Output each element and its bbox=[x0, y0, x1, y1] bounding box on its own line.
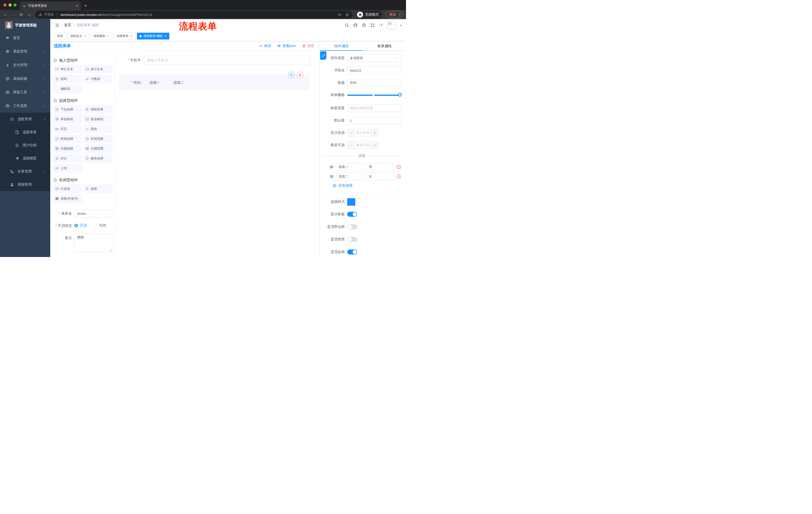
add-option-button[interactable]: 添加选项 bbox=[323, 183, 401, 188]
toggle-switch[interactable] bbox=[347, 212, 357, 217]
sidebar-item[interactable]: 用户分组 bbox=[0, 139, 50, 152]
label-width-input[interactable]: 请输入标签宽度 bbox=[347, 104, 401, 112]
palette-component[interactable]: 级联选择 bbox=[83, 105, 112, 114]
browser-menu-icon[interactable] bbox=[399, 13, 401, 16]
tag-view-chip[interactable]: 首页 bbox=[54, 33, 66, 39]
avatar-caret-icon[interactable]: ▾ bbox=[400, 24, 402, 27]
tag-view-chip[interactable]: 流程表单 ✕ bbox=[114, 33, 135, 39]
phone-input[interactable]: 请输入手机号 bbox=[144, 56, 310, 65]
sidebar-item[interactable]: 基础设施 bbox=[0, 72, 50, 85]
drag-handle-icon[interactable] bbox=[330, 165, 334, 169]
minimize-window-button[interactable] bbox=[8, 3, 11, 6]
clear-button[interactable]: 清空 bbox=[302, 44, 314, 48]
sidebar-item[interactable]: 工作流程 bbox=[0, 99, 50, 113]
palette-component[interactable]: 日期范围 bbox=[83, 144, 112, 153]
toggle-switch[interactable] bbox=[347, 224, 357, 229]
remove-option-button[interactable] bbox=[397, 165, 401, 169]
props-tab[interactable]: 表单属性 bbox=[363, 41, 406, 50]
tag-close-icon[interactable]: ✕ bbox=[164, 34, 167, 38]
tab-close-icon[interactable]: ✕ bbox=[76, 4, 78, 7]
palette-component[interactable]: 滑块 bbox=[83, 125, 112, 133]
tag-close-icon[interactable]: ✕ bbox=[84, 34, 86, 38]
gender-checkbox-option[interactable]: 选项二 bbox=[168, 80, 184, 85]
reload-icon[interactable]: ⟳ bbox=[19, 12, 24, 17]
address-bar[interactable]: 不安全 dashboard.yudao.iocoder.cn/bpm/manag… bbox=[35, 11, 352, 18]
github-icon[interactable] bbox=[353, 23, 357, 27]
palette-component[interactable]: 时间范围 bbox=[83, 135, 112, 143]
stepper-plus-button[interactable]: + bbox=[371, 141, 378, 148]
sidebar-item[interactable]: 流程表单 bbox=[0, 126, 50, 139]
palette-component[interactable]: 下拉选择 bbox=[53, 105, 82, 114]
checkbox-icon[interactable] bbox=[144, 81, 147, 84]
copy-field-button[interactable] bbox=[288, 72, 294, 78]
stepper-minus-button[interactable]: − bbox=[347, 129, 354, 136]
palette-component[interactable]: 评分 bbox=[53, 154, 82, 163]
bookmark-star-icon[interactable] bbox=[345, 13, 349, 17]
palette-component[interactable]: 开关 bbox=[53, 125, 82, 133]
canvas-field-gender-selected[interactable]: 性别 选项一 选项二 bbox=[119, 75, 310, 90]
sidebar-item[interactable]: 任务管理 bbox=[0, 165, 50, 178]
stepper-minus-button[interactable]: − bbox=[347, 141, 354, 148]
palette-component[interactable]: 行容器 bbox=[53, 185, 82, 193]
palette-component[interactable]: 颜色选择 bbox=[83, 154, 112, 163]
forward-icon[interactable]: → bbox=[11, 12, 16, 17]
form-remark-textarea[interactable]: 嘿嘿 bbox=[75, 234, 112, 252]
toggle-switch[interactable] bbox=[347, 237, 357, 242]
new-tab-button[interactable]: + bbox=[84, 3, 87, 8]
option-style-choice[interactable] bbox=[347, 198, 355, 206]
field-name-input[interactable]: field122 bbox=[347, 66, 401, 74]
palette-component[interactable]: 单行文本 bbox=[53, 65, 82, 74]
fold-panel-button[interactable] bbox=[320, 51, 326, 60]
remove-option-button[interactable] bbox=[397, 174, 401, 179]
palette-component[interactable]: 123 计数器 bbox=[83, 75, 112, 83]
view-json-button[interactable]: 查看json bbox=[277, 44, 296, 48]
palette-component[interactable]: 多选框组 bbox=[83, 115, 112, 124]
sidebar-logo[interactable]: 芋道管理系统 bbox=[0, 19, 50, 31]
back-icon[interactable]: ← bbox=[3, 12, 7, 17]
search-icon[interactable] bbox=[345, 23, 349, 27]
toggle-switch[interactable] bbox=[347, 249, 357, 254]
max-select-input[interactable]: 最多可选 bbox=[354, 141, 371, 148]
key-icon[interactable] bbox=[338, 13, 342, 17]
stepper-plus-button[interactable]: + bbox=[371, 129, 378, 136]
default-value-input[interactable]: 1 bbox=[347, 117, 401, 124]
option-label-input[interactable]: 选项二 bbox=[336, 173, 364, 180]
props-tab[interactable]: 组件属性 bbox=[320, 41, 363, 50]
tag-view-chip[interactable]: 流程模型 ✕ bbox=[90, 33, 112, 39]
tag-close-icon[interactable]: ✕ bbox=[107, 34, 109, 38]
palette-component[interactable]: 编辑器 bbox=[53, 84, 82, 93]
palette-component[interactable]: 日期选择 bbox=[53, 144, 82, 153]
sidebar-item[interactable]: ¥ 支付管理 bbox=[0, 58, 50, 72]
sidebar-item[interactable]: 流程管理 bbox=[0, 113, 50, 126]
status-on-radio[interactable]: 开启 bbox=[75, 223, 87, 228]
min-select-input[interactable]: 至少应选 bbox=[354, 129, 371, 136]
tag-view-chip[interactable]: 流程定义 ✕ bbox=[67, 33, 89, 39]
palette-component[interactable]: 上传 bbox=[53, 164, 82, 172]
window-controls[interactable] bbox=[3, 3, 17, 6]
help-icon[interactable] bbox=[362, 23, 366, 27]
delete-field-button[interactable] bbox=[297, 72, 303, 78]
sidebar-item[interactable]: 请假查询 bbox=[0, 178, 50, 191]
breadcrumb-home[interactable]: 首页 bbox=[64, 23, 71, 27]
form-name-input[interactable]: biubiu bbox=[75, 210, 112, 218]
option-label-input[interactable]: 选项一 bbox=[336, 163, 364, 171]
option-value-input[interactable]: 女 bbox=[366, 173, 395, 180]
gender-checkbox-option[interactable]: 选项一 bbox=[144, 80, 160, 85]
option-style-choice[interactable] bbox=[355, 198, 363, 206]
option-value-input[interactable]: 男 bbox=[366, 163, 395, 171]
slider-handle[interactable] bbox=[398, 93, 402, 97]
sidebar-collapse-icon[interactable] bbox=[55, 23, 60, 27]
zoom-window-button[interactable] bbox=[13, 3, 17, 6]
palette-component[interactable]: 时间选择 bbox=[53, 135, 82, 143]
form-grid-slider[interactable] bbox=[347, 91, 401, 99]
checkbox-icon[interactable] bbox=[168, 81, 171, 84]
sidebar-item[interactable]: 首页 bbox=[0, 31, 50, 45]
canvas-field-phone[interactable]: 手机号 请输入手机号 bbox=[119, 56, 310, 65]
save-button[interactable]: 保存 bbox=[259, 44, 271, 48]
home-icon[interactable]: ⌂ bbox=[27, 12, 32, 17]
sidebar-item[interactable]: 研发工具 bbox=[0, 85, 50, 99]
component-type-select[interactable]: 多选框组 bbox=[347, 54, 401, 62]
palette-component[interactable]: 单选框组 bbox=[53, 115, 82, 124]
tag-close-icon[interactable]: ✕ bbox=[130, 34, 133, 38]
palette-component[interactable]: 密码 bbox=[53, 75, 82, 83]
